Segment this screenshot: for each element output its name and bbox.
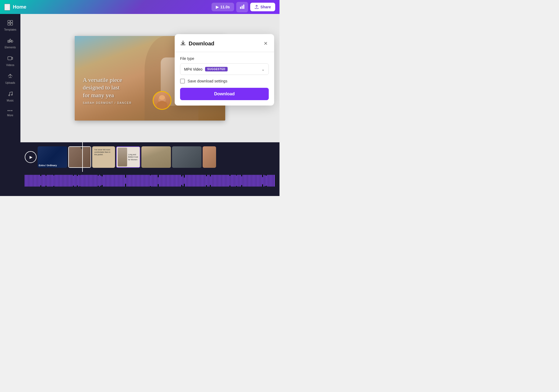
video-main-text: A versatile piecedesigned to lastfor man… — [83, 76, 132, 99]
svg-rect-147 — [201, 175, 202, 187]
svg-rect-75 — [107, 175, 108, 187]
suggested-badge: SUGGESTED — [205, 67, 227, 71]
svg-rect-120 — [166, 175, 166, 187]
waveform-container — [20, 172, 280, 191]
svg-rect-30 — [48, 175, 49, 187]
svg-rect-37 — [57, 175, 58, 187]
svg-rect-138 — [189, 175, 190, 187]
music-label: Music — [7, 99, 14, 102]
svg-rect-41 — [63, 175, 63, 187]
svg-rect-67 — [96, 175, 97, 187]
timeline-thumb-7[interactable] — [203, 146, 216, 168]
timeline-thumb-5[interactable] — [141, 146, 171, 168]
svg-rect-107 — [149, 175, 149, 187]
svg-rect-19 — [34, 175, 35, 187]
svg-rect-45 — [68, 175, 69, 187]
timeline-thumb-4[interactable]: Long and Belted Coat for Women — [116, 146, 140, 168]
templates-label: Templates — [4, 28, 16, 31]
svg-rect-160 — [218, 175, 218, 187]
svg-rect-201 — [271, 175, 272, 187]
canvas-area: A versatile piecedesigned to lastfor man… — [20, 14, 280, 142]
svg-rect-109 — [151, 175, 152, 187]
sidebar-item-music[interactable]: Music — [1, 88, 19, 105]
svg-rect-139 — [190, 175, 191, 187]
save-settings-label[interactable]: Save download settings — [188, 79, 227, 83]
play-icon: ▶ — [216, 5, 219, 9]
share-label: Share — [260, 5, 271, 9]
save-settings-row: Save download settings — [180, 79, 269, 84]
sidebar-item-elements[interactable]: Elements — [1, 35, 19, 52]
svg-rect-73 — [104, 175, 105, 187]
svg-rect-167 — [227, 175, 228, 187]
svg-rect-23 — [39, 175, 40, 187]
svg-rect-191 — [258, 175, 259, 187]
sidebar-item-uploads[interactable]: Uploads — [1, 70, 19, 87]
svg-rect-144 — [197, 175, 198, 187]
svg-rect-92 — [129, 175, 130, 187]
svg-rect-96 — [134, 175, 135, 187]
elements-shapes-icon — [7, 38, 13, 43]
sidebar-item-more[interactable]: ••• More — [1, 106, 19, 119]
template-grid-icon — [7, 20, 13, 26]
save-settings-checkbox[interactable] — [180, 79, 185, 84]
svg-rect-164 — [223, 175, 224, 187]
svg-rect-158 — [215, 175, 216, 187]
timeline-play-button[interactable]: ▶ — [25, 151, 37, 163]
timeline-marker — [82, 142, 83, 172]
video-text-overlay: A versatile piecedesigned to lastfor man… — [83, 76, 132, 104]
svg-rect-84 — [119, 175, 120, 187]
timeline-thumb-3[interactable]: I've never felt more comfortable than in… — [92, 146, 115, 168]
svg-rect-21 — [37, 175, 37, 187]
svg-rect-56 — [82, 175, 83, 187]
svg-rect-159 — [217, 175, 217, 187]
file-type-dropdown[interactable]: MP4 Video SUGGESTED ⌄ — [180, 63, 269, 75]
svg-rect-2 — [243, 5, 244, 9]
videos-icon — [7, 55, 13, 63]
svg-rect-198 — [267, 175, 268, 187]
svg-rect-111 — [154, 175, 155, 187]
svg-rect-104 — [145, 175, 146, 187]
svg-rect-17 — [31, 175, 32, 187]
dialog-title-group: Download — [180, 40, 214, 47]
svg-point-11 — [11, 94, 12, 95]
svg-rect-185 — [250, 175, 251, 187]
analytics-button[interactable] — [236, 2, 248, 12]
svg-rect-184 — [249, 175, 250, 187]
svg-rect-71 — [102, 176, 102, 185]
svg-rect-87 — [123, 175, 123, 187]
svg-rect-59 — [86, 175, 87, 187]
svg-rect-51 — [76, 175, 76, 187]
play-time-button[interactable]: ▶ 11.0s — [212, 3, 234, 11]
timeline-thumbnails: ▶ Extra / Ordinary ▼ I've never felt mor… — [20, 142, 280, 172]
file-type-value: MP4 Video — [184, 67, 202, 71]
svg-rect-81 — [115, 175, 116, 187]
download-dialog: Download ✕ File type MP4 Video SUGGESTED… — [175, 34, 274, 106]
svg-rect-146 — [199, 175, 200, 187]
videos-label: Videos — [6, 64, 14, 67]
dialog-close-button[interactable]: ✕ — [263, 39, 269, 48]
svg-rect-173 — [235, 175, 236, 187]
svg-rect-5 — [8, 23, 10, 25]
svg-rect-55 — [81, 175, 82, 187]
sidebar-item-videos[interactable]: Videos — [1, 53, 19, 69]
timeline-thumb-6[interactable] — [172, 146, 202, 168]
svg-rect-36 — [56, 175, 57, 187]
svg-rect-116 — [160, 175, 161, 187]
timeline-thumb-1[interactable]: Extra / Ordinary — [38, 146, 67, 168]
svg-rect-123 — [170, 175, 170, 187]
svg-rect-181 — [245, 175, 246, 187]
svg-rect-6 — [10, 23, 13, 25]
back-button[interactable]: ← — [4, 4, 10, 10]
avatar-bubble — [153, 91, 171, 110]
svg-rect-174 — [236, 175, 237, 186]
svg-rect-193 — [261, 175, 262, 187]
svg-rect-50 — [74, 175, 75, 187]
svg-rect-190 — [257, 175, 258, 187]
analytics-icon — [239, 4, 245, 9]
sidebar-item-templates[interactable]: Templates — [1, 17, 19, 34]
share-button[interactable]: Share — [250, 3, 275, 11]
svg-rect-136 — [187, 175, 187, 187]
timeline-thumb-2[interactable]: ▼ — [68, 146, 91, 168]
download-main-button[interactable]: Download — [180, 88, 269, 100]
elements-icon — [7, 38, 13, 45]
